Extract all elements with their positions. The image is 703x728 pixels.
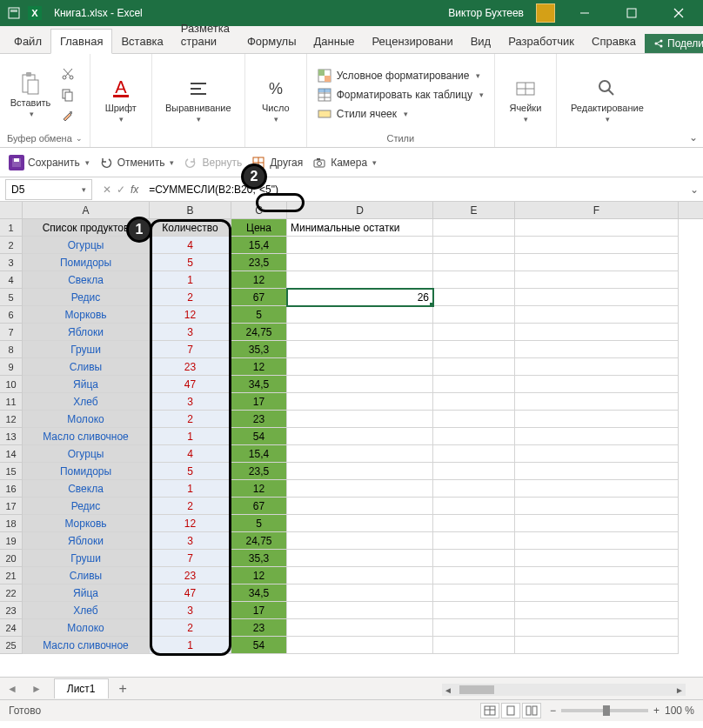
cell-E19[interactable]: [433, 532, 515, 550]
cell-D9[interactable]: [287, 358, 433, 376]
cell-E3[interactable]: [433, 254, 515, 271]
cell-B2[interactable]: 4: [150, 237, 231, 254]
row-header[interactable]: 13: [0, 428, 23, 445]
cell-D4[interactable]: [287, 271, 433, 289]
row-header[interactable]: 18: [0, 515, 23, 532]
cell-A25[interactable]: Масло сливочное: [23, 637, 150, 654]
cell-B24[interactable]: 2: [150, 619, 231, 637]
sheet-tab-1[interactable]: Лист1: [54, 678, 109, 698]
cell-D19[interactable]: [287, 532, 433, 550]
cell-C6[interactable]: 5: [231, 306, 287, 324]
tab-developer[interactable]: Разработчик: [499, 30, 583, 53]
cell-B3[interactable]: 5: [150, 254, 231, 271]
cell-C17[interactable]: 67: [231, 498, 287, 515]
cell-F5[interactable]: [515, 289, 679, 306]
cell-C8[interactable]: 35,3: [231, 341, 287, 358]
row-header[interactable]: 4: [0, 271, 23, 289]
cell-F15[interactable]: [515, 463, 679, 480]
scroll-right-icon[interactable]: ►: [673, 685, 686, 695]
cell-F2[interactable]: [515, 237, 679, 254]
cell-E13[interactable]: [433, 428, 515, 445]
scroll-left-icon[interactable]: ◄: [442, 685, 454, 695]
sheet-nav-prev[interactable]: ◄: [0, 683, 24, 695]
row-header[interactable]: 19: [0, 532, 23, 550]
cell-E15[interactable]: [433, 463, 515, 480]
cell-F1[interactable]: [515, 219, 679, 237]
cell-C7[interactable]: 24,75: [231, 324, 287, 341]
cell-E2[interactable]: [433, 237, 515, 254]
horizontal-scrollbar[interactable]: ◄ ►: [442, 684, 686, 696]
cell-C23[interactable]: 17: [231, 602, 287, 619]
cell-E18[interactable]: [433, 515, 515, 532]
ribbon-collapse-button[interactable]: ⌄: [689, 131, 698, 144]
cell-F6[interactable]: [515, 306, 679, 324]
cell-E16[interactable]: [433, 480, 515, 498]
cell-A23[interactable]: Хлеб: [23, 602, 150, 619]
row-header[interactable]: 21: [0, 567, 23, 584]
cell-C4[interactable]: 12: [231, 271, 287, 289]
cell-F10[interactable]: [515, 376, 679, 393]
cell-A24[interactable]: Молоко: [23, 619, 150, 637]
formula-input[interactable]: =СУММЕСЛИ(B2:B20;"<5"): [144, 182, 686, 197]
cell-C13[interactable]: 54: [231, 428, 287, 445]
tab-data[interactable]: Данные: [305, 30, 364, 53]
view-page-layout-button[interactable]: [501, 703, 520, 718]
cell-D25[interactable]: [287, 637, 433, 654]
zoom-value[interactable]: 100 %: [665, 705, 694, 717]
cell-E17[interactable]: [433, 498, 515, 515]
cell-C24[interactable]: 23: [231, 619, 287, 637]
cell-D8[interactable]: [287, 341, 433, 358]
copy-button[interactable]: [59, 86, 77, 104]
cell-F20[interactable]: [515, 550, 679, 567]
cell-B1[interactable]: Количество: [150, 219, 231, 237]
cell-E24[interactable]: [433, 619, 515, 637]
cell-F17[interactable]: [515, 498, 679, 515]
cell-C15[interactable]: 23,5: [231, 463, 287, 480]
cell-B19[interactable]: 3: [150, 532, 231, 550]
cell-A19[interactable]: Яблоки: [23, 532, 150, 550]
cell-C20[interactable]: 35,3: [231, 550, 287, 567]
number-button[interactable]: % Число ▾: [252, 69, 299, 131]
row-header[interactable]: 23: [0, 602, 23, 619]
cell-A22[interactable]: Яйца: [23, 584, 150, 602]
redo-button[interactable]: Вернуть: [183, 155, 242, 170]
cell-B17[interactable]: 2: [150, 498, 231, 515]
cell-C3[interactable]: 23,5: [231, 254, 287, 271]
cell-A10[interactable]: Яйца: [23, 376, 150, 393]
cell-F19[interactable]: [515, 532, 679, 550]
cell-F23[interactable]: [515, 602, 679, 619]
cell-D12[interactable]: [287, 411, 433, 428]
row-header[interactable]: 22: [0, 584, 23, 602]
zoom-in-button[interactable]: +: [653, 705, 659, 717]
col-header-B[interactable]: B: [150, 202, 231, 218]
cell-B9[interactable]: 23: [150, 358, 231, 376]
row-header[interactable]: 10: [0, 376, 23, 393]
cell-D2[interactable]: [287, 237, 433, 254]
cell-A14[interactable]: Огурцы: [23, 445, 150, 463]
col-header-A[interactable]: A: [23, 202, 150, 218]
cell-F11[interactable]: [515, 393, 679, 411]
cell-B4[interactable]: 1: [150, 271, 231, 289]
cell-C16[interactable]: 12: [231, 480, 287, 498]
cell-F4[interactable]: [515, 271, 679, 289]
cell-A13[interactable]: Масло сливочное: [23, 428, 150, 445]
launcher-icon[interactable]: ⌄: [76, 134, 83, 143]
cell-C10[interactable]: 34,5: [231, 376, 287, 393]
row-header[interactable]: 12: [0, 411, 23, 428]
cell-A3[interactable]: Помидоры: [23, 254, 150, 271]
sheet-nav-next[interactable]: ►: [24, 683, 49, 695]
cell-B20[interactable]: 7: [150, 550, 231, 567]
cell-B13[interactable]: 1: [150, 428, 231, 445]
cell-E6[interactable]: [433, 306, 515, 324]
cell-D1[interactable]: Минимальные остатки: [287, 219, 433, 237]
tab-layout[interactable]: Разметка страни: [172, 17, 238, 53]
row-header[interactable]: 16: [0, 480, 23, 498]
tab-file[interactable]: Файл: [5, 30, 50, 53]
cell-A4[interactable]: Свекла: [23, 271, 150, 289]
editing-button[interactable]: Редактирование ▾: [564, 69, 651, 131]
row-header[interactable]: 3: [0, 254, 23, 271]
fx-icon[interactable]: fx: [131, 184, 138, 196]
cell-F16[interactable]: [515, 480, 679, 498]
col-header-D[interactable]: D: [287, 202, 433, 218]
cell-B7[interactable]: 3: [150, 324, 231, 341]
